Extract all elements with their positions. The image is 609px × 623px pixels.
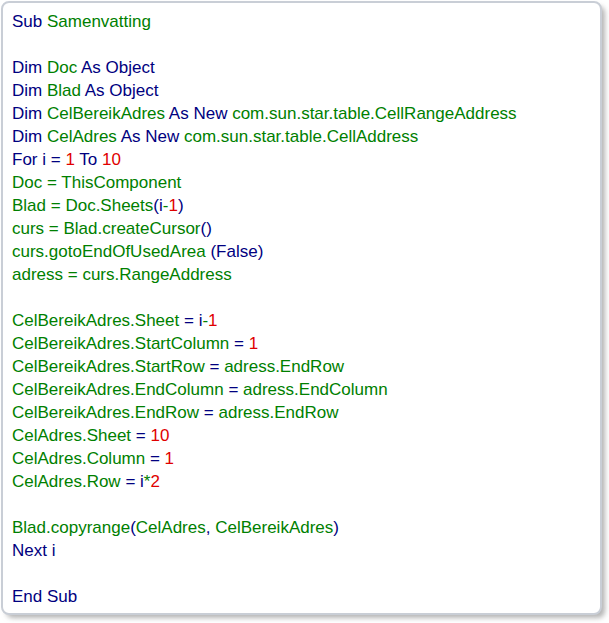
code-line: Blad.copyrange(CelAdres, CelBereikAdres): [12, 516, 596, 539]
code-token-id: Samenvatting: [47, 12, 151, 31]
code-token-kw: (): [201, 219, 212, 238]
code-token-kw: Dim: [12, 58, 47, 77]
code-token-kw: As Object: [81, 81, 158, 100]
code-line: curs = Blad.createCursor(): [12, 217, 596, 240]
code-token-kw: As New: [165, 104, 232, 123]
code-token-id: CelAdres.Column: [12, 449, 150, 468]
code-line: Sub Samenvatting: [12, 10, 596, 33]
code-token-num: 1: [165, 449, 174, 468]
code-token-id: CelAdres.Row: [12, 472, 125, 491]
code-line: Dim Blad As Object: [12, 79, 596, 102]
code-line: End Sub: [12, 585, 596, 608]
code-token-id: CelBereikAdres.EndColumn: [12, 380, 228, 399]
code-token-kw: =: [228, 380, 243, 399]
code-token-kw: ): [178, 196, 184, 215]
code-token-kw: Dim: [12, 81, 47, 100]
code-token-id: curs.gotoEndOfUsedArea: [12, 242, 210, 261]
code-token-id: Blad.copyrange: [12, 518, 130, 537]
code-line: Dim Doc As Object: [12, 56, 596, 79]
code-line: CelBereikAdres.EndRow = adress.EndRow: [12, 401, 596, 424]
code-line: Blad = Doc.Sheets(i-1): [12, 194, 596, 217]
code-token-kw: = i: [125, 472, 143, 491]
code-token-id: curs = Blad.createCursor: [12, 219, 201, 238]
code-token-kw: For i =: [12, 150, 65, 169]
code-line: CelBereikAdres.StartRow = adress.EndRow: [12, 355, 596, 378]
code-token-id: CelBereikAdres: [215, 518, 333, 537]
code-token-kw: =: [234, 334, 249, 353]
code-token-kw: =: [136, 426, 151, 445]
code-token-kw: To: [75, 150, 102, 169]
code-token-kw: =: [204, 403, 219, 422]
code-token-id: CelBereikAdres: [47, 104, 165, 123]
code-token-num: 1: [208, 311, 217, 330]
code-token-id: CelBereikAdres.StartColumn: [12, 334, 234, 353]
code-token-num: 10: [102, 150, 121, 169]
code-line: Next i: [12, 539, 596, 562]
code-token-id: adress = curs.RangeAddress: [12, 265, 232, 284]
code-listing: Sub Samenvatting Dim Doc As ObjectDim Bl…: [3, 3, 600, 608]
code-token-num: 1: [168, 196, 177, 215]
code-line: Dim CelBereikAdres As New com.sun.star.t…: [12, 102, 596, 125]
code-token-id: com.sun.star.table.CellAddress: [184, 127, 418, 146]
code-token-num: 2: [150, 472, 159, 491]
code-token-id: Blad: [47, 81, 81, 100]
code-token-id: Blad = Doc.Sheets: [12, 196, 153, 215]
code-line: [12, 286, 596, 309]
code-token-id: CelBereikAdres.EndRow: [12, 403, 204, 422]
code-line: CelAdres.Sheet = 10: [12, 424, 596, 447]
code-line: [12, 562, 596, 585]
code-line: [12, 33, 596, 56]
code-token-kw: = i: [184, 311, 202, 330]
code-token-id: CelBereikAdres.StartRow: [12, 357, 209, 376]
code-line: CelAdres.Column = 1: [12, 447, 596, 470]
code-token-id: Doc = ThisComponent: [12, 173, 181, 192]
code-token-kw: Sub: [12, 12, 47, 31]
code-token-kw: Next i: [12, 541, 55, 560]
code-token-id: CelAdres: [47, 127, 117, 146]
code-token-num: 1: [249, 334, 258, 353]
code-line: Doc = ThisComponent: [12, 171, 596, 194]
code-line: Dim CelAdres As New com.sun.star.table.C…: [12, 125, 596, 148]
code-token-kw: =: [209, 357, 224, 376]
code-token-kw: Dim: [12, 104, 47, 123]
code-token-num: 10: [150, 426, 169, 445]
code-token-kw: (i: [153, 196, 162, 215]
code-token-id: adress.EndRow: [218, 403, 338, 422]
code-token-id: adress.EndColumn: [243, 380, 388, 399]
code-line: adress = curs.RangeAddress: [12, 263, 596, 286]
code-line: CelBereikAdres.Sheet = i-1: [12, 309, 596, 332]
code-token-id: CelBereikAdres.Sheet: [12, 311, 184, 330]
code-token-kw: End Sub: [12, 587, 77, 606]
code-line: For i = 1 To 10: [12, 148, 596, 171]
code-line: CelBereikAdres.StartColumn = 1: [12, 332, 596, 355]
code-line: CelAdres.Row = i*2: [12, 470, 596, 493]
code-token-kw: =: [150, 449, 165, 468]
code-token-kw: ): [333, 518, 339, 537]
code-token-id: CelAdres.Sheet: [12, 426, 136, 445]
code-token-id: CelAdres: [136, 518, 206, 537]
code-token-kw: As Object: [77, 58, 154, 77]
code-token-kw: (False): [210, 242, 263, 261]
code-token-kw: Dim: [12, 127, 47, 146]
code-token-kw: ,: [206, 518, 215, 537]
code-line: [12, 493, 596, 516]
code-token-id: com.sun.star.table.CellRangeAddress: [232, 104, 516, 123]
code-token-num: 1: [65, 150, 74, 169]
code-token-id: Doc: [47, 58, 77, 77]
code-block: Sub Samenvatting Dim Doc As ObjectDim Bl…: [1, 1, 602, 615]
code-token-id: adress.EndRow: [224, 357, 344, 376]
code-line: curs.gotoEndOfUsedArea (False): [12, 240, 596, 263]
code-line: CelBereikAdres.EndColumn = adress.EndCol…: [12, 378, 596, 401]
code-token-kw: As New: [117, 127, 184, 146]
